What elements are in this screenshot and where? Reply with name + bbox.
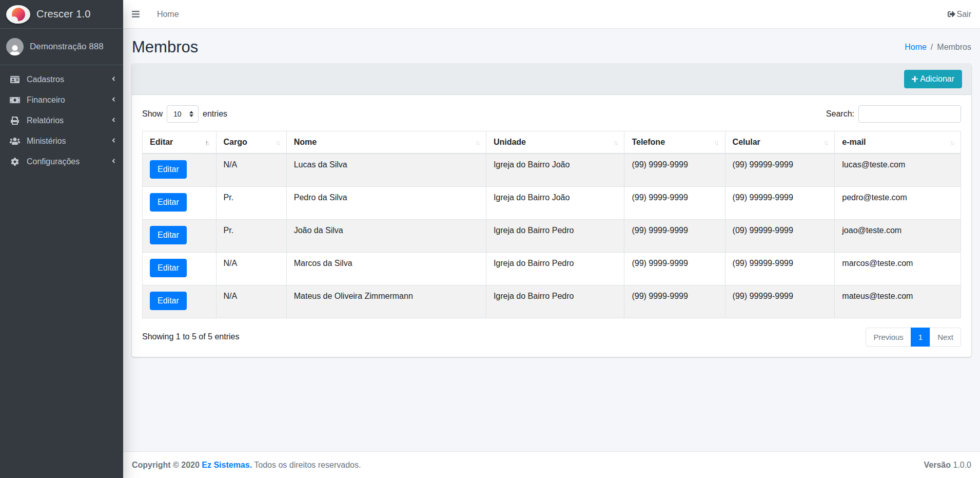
column-header-telefone[interactable]: Telefone↑↓: [624, 131, 725, 154]
cell-unidade: Igreja do Bairro João: [486, 154, 624, 186]
footer: Copyright © 2020 Ez Sistemas. Todos os d…: [123, 451, 980, 478]
breadcrumb-home-link[interactable]: Home: [905, 43, 927, 52]
edit-button[interactable]: Editar: [150, 226, 187, 244]
main-area: Home Sair Membros Home / Membros Adicion…: [123, 0, 980, 478]
cell-celular: (99) 99999-9999: [725, 285, 835, 318]
brand-title: Crescer 1.0: [36, 8, 91, 20]
column-header-unidade[interactable]: Unidade↑↓: [486, 131, 624, 154]
company-link[interactable]: Ez Sistemas.: [202, 461, 252, 469]
printer-icon: [8, 117, 22, 125]
pagination-page-1-button[interactable]: 1: [911, 328, 930, 347]
column-header-cargo[interactable]: Cargo↑↓: [216, 131, 286, 154]
cell-nome: Lucas da Silva: [286, 154, 486, 186]
cell-celular: (99) 99999-9999: [725, 186, 835, 219]
sidebar: Crescer 1.0 Demonstração 888 Cadastros F…: [0, 0, 123, 478]
logout-label: Sair: [957, 10, 971, 19]
cell-unidade: Igreja do Bairro Pedro: [486, 219, 624, 252]
pagination: Previous 1 Next: [866, 328, 961, 347]
cell-cargo: N/A: [216, 154, 286, 186]
rights-text: Todos os direitos reservados.: [254, 461, 361, 469]
cell-unidade: Igreja do Bairro João: [486, 186, 624, 219]
chevron-left-icon: [112, 95, 115, 105]
breadcrumb-separator: /: [931, 43, 933, 52]
select-arrows-icon: [189, 111, 193, 117]
copyright-text: Copyright © 2020 Ez Sistemas. Todos os d…: [132, 461, 361, 470]
cell-celular: (99) 99999-9999: [725, 252, 835, 285]
sidebar-item-financeiro[interactable]: Financeiro: [4, 90, 119, 110]
column-header-email[interactable]: e-mail↑↓: [835, 131, 961, 154]
sort-icon: ↑↓: [714, 139, 718, 146]
version-value: 1.0.0: [953, 461, 971, 469]
search-label: Search:: [826, 109, 854, 119]
search-control: Search:: [826, 105, 961, 123]
cell-celular: (99) 99999-9999: [725, 154, 835, 186]
cell-email: pedro@teste.com: [835, 186, 961, 219]
sort-icon: ↑↓: [824, 139, 827, 146]
cell-editar: Editar: [143, 285, 217, 318]
pagination-next-button[interactable]: Next: [930, 328, 961, 347]
hamburger-menu-icon[interactable]: [132, 10, 140, 18]
user-name: Demonstração 888: [30, 42, 104, 52]
edit-button[interactable]: Editar: [150, 292, 187, 310]
column-header-celular[interactable]: Celular↑↓: [725, 131, 835, 154]
navbar-home-link[interactable]: Home: [157, 10, 179, 19]
table-header-row: Editar↑↓ Cargo↑↓ Nome↑↓ Unidade↑↓ Telefo…: [143, 131, 961, 154]
column-header-editar[interactable]: Editar↑↓: [143, 131, 217, 154]
column-header-nome[interactable]: Nome↑↓: [286, 131, 486, 154]
sidebar-item-label: Relatórios: [27, 116, 112, 125]
chevron-left-icon: [112, 137, 115, 146]
cell-unidade: Igreja do Bairro Pedro: [486, 252, 624, 285]
cell-editar: Editar: [143, 252, 217, 285]
cell-editar: Editar: [143, 219, 217, 252]
table-info: Showing 1 to 5 of 5 entries: [142, 332, 239, 341]
page-size-value: 10: [173, 110, 182, 118]
sidebar-item-cadastros[interactable]: Cadastros: [4, 69, 119, 90]
edit-button[interactable]: Editar: [150, 193, 187, 212]
pagination-previous-button[interactable]: Previous: [866, 328, 911, 347]
cell-editar: Editar: [143, 186, 217, 219]
sort-icon: ↑↓: [475, 139, 479, 146]
content-wrapper: Membros Home / Membros Adicionar: [123, 29, 980, 451]
entries-label: entries: [203, 109, 227, 119]
cell-nome: João da Silva: [286, 219, 486, 252]
cell-cargo: N/A: [216, 252, 286, 285]
cell-email: lucas@teste.com: [835, 154, 961, 186]
chevron-left-icon: [112, 75, 115, 84]
search-input[interactable]: [858, 105, 961, 123]
sidebar-item-configuracoes[interactable]: Configurações: [4, 151, 119, 172]
members-table: Editar↑↓ Cargo↑↓ Nome↑↓ Unidade↑↓ Telefo…: [142, 131, 961, 318]
edit-button[interactable]: Editar: [150, 259, 187, 277]
cell-editar: Editar: [143, 154, 217, 186]
sort-icon: ↑↓: [950, 139, 953, 146]
cell-unidade: Igreja do Bairro Pedro: [486, 285, 624, 318]
cell-telefone: (99) 9999-9999: [624, 186, 725, 219]
sign-out-icon: [948, 10, 955, 18]
money-bill-icon: [8, 96, 22, 104]
cell-telefone: (99) 9999-9999: [624, 154, 725, 186]
cell-email: joao@teste.com: [835, 219, 961, 252]
user-avatar-icon: [6, 38, 24, 55]
table-row: Editar N/A Marcos da Silva Igreja do Bai…: [143, 252, 961, 285]
edit-button[interactable]: Editar: [150, 160, 187, 179]
logout-button[interactable]: Sair: [948, 10, 971, 19]
app-logo-icon: [6, 5, 30, 24]
chevron-left-icon: [112, 157, 115, 166]
id-card-icon: [8, 75, 22, 84]
gear-icon: [8, 158, 22, 166]
page-size-select[interactable]: 10: [167, 105, 199, 123]
card-header: Adicionar: [132, 64, 971, 95]
sidebar-item-label: Cadastros: [27, 75, 112, 84]
add-button-label: Adicionar: [920, 74, 954, 84]
cell-telefone: (99) 9999-9999: [624, 285, 725, 318]
brand[interactable]: Crescer 1.0: [0, 0, 123, 29]
copyright-year: Copyright © 2020: [132, 461, 200, 469]
table-row: Editar Pr. João da Silva Igreja do Bairr…: [143, 219, 961, 252]
sidebar-menu: Cadastros Financeiro Relatórios: [0, 65, 123, 176]
sidebar-item-relatorios[interactable]: Relatórios: [4, 110, 119, 131]
cell-email: mateus@teste.com: [835, 285, 961, 318]
user-panel[interactable]: Demonstração 888: [0, 29, 123, 65]
sidebar-item-ministerios[interactable]: Ministérios: [4, 131, 119, 151]
sort-icon: ↑↓: [613, 139, 617, 146]
sidebar-item-label: Configurações: [27, 157, 112, 166]
add-button[interactable]: Adicionar: [904, 70, 962, 88]
